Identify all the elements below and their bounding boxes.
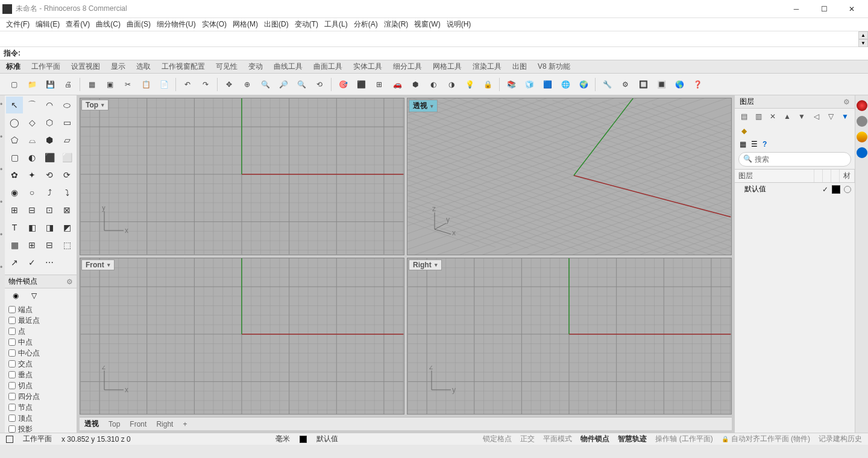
tool-button[interactable]: ◠: [41, 97, 58, 113]
status-layer-swatch[interactable]: [300, 436, 307, 443]
tool-button[interactable]: ✿: [6, 167, 23, 183]
toolbar-button[interactable]: 💡: [462, 77, 477, 92]
menu-网格m[interactable]: 网格(M): [233, 19, 258, 30]
viewport-perspective-label[interactable]: 透视▾: [409, 100, 438, 112]
minimize-button[interactable]: ─: [782, 0, 810, 18]
toolbar-button[interactable]: 🔧: [599, 77, 615, 92]
menu-实体o[interactable]: 实体(O): [202, 19, 227, 30]
menu-说明h[interactable]: 说明(H): [447, 19, 471, 30]
status-layer[interactable]: 默认值: [316, 434, 338, 444]
tool-button[interactable]: [58, 254, 75, 271]
osnap-mode-circle[interactable]: ◉: [8, 290, 23, 302]
tool-button[interactable]: ○: [24, 184, 40, 201]
toolbar-button[interactable]: 🔒: [480, 77, 495, 92]
menu-曲面s[interactable]: 曲面(S): [127, 19, 151, 30]
toolbar-button[interactable]: 🖨: [60, 77, 76, 92]
cmd-scroll-up[interactable]: ▲: [858, 31, 868, 39]
status-toggle[interactable]: 正交: [520, 434, 535, 444]
toolbar-tab[interactable]: V8 新功能: [538, 62, 570, 72]
toolbar-button[interactable]: 💾: [42, 77, 58, 92]
tool-button[interactable]: ▦: [6, 237, 23, 253]
status-units[interactable]: 毫米: [275, 434, 290, 444]
tool-button[interactable]: ⊡: [41, 202, 58, 218]
tool-button[interactable]: ◨: [41, 219, 58, 236]
status-cplane[interactable]: 工作平面: [23, 434, 52, 444]
toolbar-tab[interactable]: 选取: [136, 62, 151, 72]
toolbar-button[interactable]: 🟦: [539, 77, 555, 92]
tool-button[interactable]: ⬡: [41, 114, 58, 131]
toolbar-button[interactable]: ▦: [84, 77, 99, 92]
viewport-right-label[interactable]: Right▾: [409, 259, 442, 270]
viewport-top[interactable]: Top▾ y x: [80, 98, 404, 255]
toolbar-button[interactable]: ⟲: [312, 77, 327, 92]
tool-button[interactable]: ◩: [58, 219, 75, 236]
layer-up-icon[interactable]: ▲: [782, 111, 793, 122]
tool-button[interactable]: ⋯: [41, 254, 58, 271]
osnap-item[interactable]: 最近点: [8, 315, 73, 326]
toolbar-tab[interactable]: 渲染工具: [473, 62, 502, 72]
toolbar-tab[interactable]: 可见性: [216, 62, 237, 72]
toolbar-button[interactable]: ⬢: [407, 77, 423, 92]
toolbar-tab[interactable]: 实体工具: [353, 62, 382, 72]
status-toggle[interactable]: 物件锁点: [580, 434, 609, 444]
menu-工具l[interactable]: 工具(L): [324, 19, 348, 30]
toolbar-button[interactable]: ⊕: [239, 77, 255, 92]
maximize-button[interactable]: ☐: [810, 0, 838, 18]
menu-变动t[interactable]: 变动(T): [295, 19, 318, 30]
osnap-settings-icon[interactable]: ⚙: [66, 278, 73, 286]
layer-right-icon[interactable]: ▽: [825, 111, 836, 122]
layer-left-icon[interactable]: ◁: [811, 111, 822, 122]
viewport-tab[interactable]: Top: [108, 420, 120, 428]
menu-出图d[interactable]: 出图(D): [264, 19, 289, 30]
tool-button[interactable]: ↗: [6, 254, 23, 271]
tool-button[interactable]: ⬚: [58, 237, 75, 253]
tool-button[interactable]: ⌒: [24, 97, 40, 113]
osnap-item[interactable]: 中点: [8, 337, 73, 348]
toolbar-button[interactable]: 🔍: [257, 77, 273, 92]
layer-sublayer-icon[interactable]: ▥: [753, 111, 764, 122]
menu-分析a[interactable]: 分析(A): [354, 19, 378, 30]
viewport-front-label[interactable]: Front▾: [81, 259, 115, 270]
menu-查看v[interactable]: 查看(V): [66, 19, 90, 30]
toolbar-button[interactable]: 🚗: [389, 77, 405, 92]
menu-文件f[interactable]: 文件(F): [6, 19, 30, 30]
status-toggle[interactable]: 记录建构历史: [819, 434, 862, 444]
tool-button[interactable]: ⌓: [24, 132, 40, 148]
layers-settings-icon[interactable]: ⚙: [843, 98, 850, 106]
tool-button[interactable]: T: [6, 219, 23, 236]
tool-button[interactable]: ⊟: [41, 237, 58, 253]
toolbar-button[interactable]: ◐: [426, 77, 441, 92]
status-toggle[interactable]: 🔒 自动对齐工作平面 (物件): [722, 434, 810, 444]
toolbar-button[interactable]: 📄: [156, 77, 172, 92]
toolbar-button[interactable]: ⬛: [353, 77, 369, 92]
toolbar-button[interactable]: 🌎: [671, 77, 687, 92]
tool-button[interactable]: ⬠: [6, 132, 23, 148]
tool-button[interactable]: ⊞: [6, 202, 23, 218]
toolbar-tab[interactable]: 设置视图: [71, 62, 100, 72]
tool-button[interactable]: ⊠: [58, 202, 75, 218]
tab-help-icon[interactable]: [857, 147, 867, 158]
menu-编辑e[interactable]: 编辑(E): [36, 19, 60, 30]
tab-properties-icon[interactable]: [857, 100, 867, 111]
menu-渲染r[interactable]: 渲染(R): [384, 19, 409, 30]
layer-filter-icon[interactable]: ▼: [840, 111, 851, 122]
osnap-item[interactable]: 中心点: [8, 348, 73, 358]
osnap-item[interactable]: 端点: [8, 304, 73, 315]
toolbar-button[interactable]: ◑: [444, 77, 459, 92]
tool-button[interactable]: ✓: [24, 254, 40, 271]
layers-help-icon[interactable]: ?: [763, 140, 767, 148]
tab-display-icon[interactable]: [857, 132, 867, 142]
toolbar-tab[interactable]: 细分工具: [393, 62, 422, 72]
tool-button[interactable]: ✦: [24, 167, 40, 183]
toolbar-button[interactable]: ▣: [102, 77, 118, 92]
viewport-perspective[interactable]: 透视▾ z y x: [407, 98, 732, 255]
toolbar-button[interactable]: 📚: [503, 77, 519, 92]
layer-tool-icon[interactable]: ◆: [738, 126, 749, 136]
toolbar-button[interactable]: 🧊: [521, 77, 537, 92]
osnap-item[interactable]: 切点: [8, 380, 73, 391]
layers-list-icon[interactable]: ☰: [751, 140, 758, 148]
tool-button[interactable]: ⊞: [24, 237, 40, 253]
toolbar-tab[interactable]: 工作视窗配置: [162, 62, 205, 72]
layers-search-input[interactable]: [738, 152, 851, 167]
toolbar-button[interactable]: 🔍: [294, 77, 309, 92]
